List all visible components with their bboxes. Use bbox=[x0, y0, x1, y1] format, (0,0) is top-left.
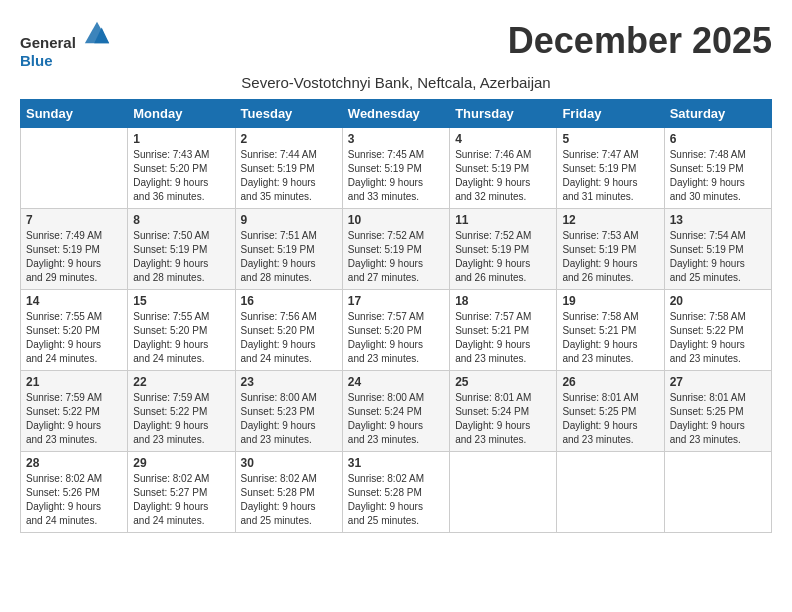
logo-text: General Blue bbox=[20, 20, 111, 70]
calendar-cell: 29Sunrise: 8:02 AM Sunset: 5:27 PM Dayli… bbox=[128, 452, 235, 533]
day-info: Sunrise: 8:02 AM Sunset: 5:27 PM Dayligh… bbox=[133, 472, 229, 528]
calendar-cell: 16Sunrise: 7:56 AM Sunset: 5:20 PM Dayli… bbox=[235, 290, 342, 371]
day-number: 9 bbox=[241, 213, 337, 227]
day-info: Sunrise: 7:49 AM Sunset: 5:19 PM Dayligh… bbox=[26, 229, 122, 285]
month-title: December 2025 bbox=[508, 20, 772, 62]
calendar-week-4: 21Sunrise: 7:59 AM Sunset: 5:22 PM Dayli… bbox=[21, 371, 772, 452]
day-number: 2 bbox=[241, 132, 337, 146]
day-info: Sunrise: 7:46 AM Sunset: 5:19 PM Dayligh… bbox=[455, 148, 551, 204]
day-number: 20 bbox=[670, 294, 766, 308]
day-number: 4 bbox=[455, 132, 551, 146]
day-number: 1 bbox=[133, 132, 229, 146]
day-number: 22 bbox=[133, 375, 229, 389]
calendar-cell: 9Sunrise: 7:51 AM Sunset: 5:19 PM Daylig… bbox=[235, 209, 342, 290]
day-info: Sunrise: 7:43 AM Sunset: 5:20 PM Dayligh… bbox=[133, 148, 229, 204]
calendar-week-2: 7Sunrise: 7:49 AM Sunset: 5:19 PM Daylig… bbox=[21, 209, 772, 290]
header-row: SundayMondayTuesdayWednesdayThursdayFrid… bbox=[21, 100, 772, 128]
day-number: 16 bbox=[241, 294, 337, 308]
day-info: Sunrise: 8:02 AM Sunset: 5:26 PM Dayligh… bbox=[26, 472, 122, 528]
day-info: Sunrise: 7:48 AM Sunset: 5:19 PM Dayligh… bbox=[670, 148, 766, 204]
day-info: Sunrise: 7:55 AM Sunset: 5:20 PM Dayligh… bbox=[26, 310, 122, 366]
day-info: Sunrise: 7:54 AM Sunset: 5:19 PM Dayligh… bbox=[670, 229, 766, 285]
weekday-header-tuesday: Tuesday bbox=[235, 100, 342, 128]
day-number: 15 bbox=[133, 294, 229, 308]
day-info: Sunrise: 7:45 AM Sunset: 5:19 PM Dayligh… bbox=[348, 148, 444, 204]
calendar-cell: 25Sunrise: 8:01 AM Sunset: 5:24 PM Dayli… bbox=[450, 371, 557, 452]
calendar-cell: 26Sunrise: 8:01 AM Sunset: 5:25 PM Dayli… bbox=[557, 371, 664, 452]
day-number: 17 bbox=[348, 294, 444, 308]
calendar-header: SundayMondayTuesdayWednesdayThursdayFrid… bbox=[21, 100, 772, 128]
calendar-cell: 2Sunrise: 7:44 AM Sunset: 5:19 PM Daylig… bbox=[235, 128, 342, 209]
day-info: Sunrise: 7:59 AM Sunset: 5:22 PM Dayligh… bbox=[26, 391, 122, 447]
day-info: Sunrise: 7:55 AM Sunset: 5:20 PM Dayligh… bbox=[133, 310, 229, 366]
calendar-cell: 18Sunrise: 7:57 AM Sunset: 5:21 PM Dayli… bbox=[450, 290, 557, 371]
day-info: Sunrise: 7:52 AM Sunset: 5:19 PM Dayligh… bbox=[455, 229, 551, 285]
day-info: Sunrise: 8:01 AM Sunset: 5:25 PM Dayligh… bbox=[670, 391, 766, 447]
day-number: 23 bbox=[241, 375, 337, 389]
day-info: Sunrise: 8:02 AM Sunset: 5:28 PM Dayligh… bbox=[348, 472, 444, 528]
day-number: 31 bbox=[348, 456, 444, 470]
calendar-cell: 28Sunrise: 8:02 AM Sunset: 5:26 PM Dayli… bbox=[21, 452, 128, 533]
page-container: General Blue December 2025 Severo-Vostot… bbox=[20, 20, 772, 533]
day-number: 5 bbox=[562, 132, 658, 146]
calendar-cell: 4Sunrise: 7:46 AM Sunset: 5:19 PM Daylig… bbox=[450, 128, 557, 209]
day-info: Sunrise: 7:56 AM Sunset: 5:20 PM Dayligh… bbox=[241, 310, 337, 366]
weekday-header-wednesday: Wednesday bbox=[342, 100, 449, 128]
day-number: 19 bbox=[562, 294, 658, 308]
day-number: 26 bbox=[562, 375, 658, 389]
day-info: Sunrise: 8:01 AM Sunset: 5:25 PM Dayligh… bbox=[562, 391, 658, 447]
calendar-cell: 6Sunrise: 7:48 AM Sunset: 5:19 PM Daylig… bbox=[664, 128, 771, 209]
calendar-cell: 15Sunrise: 7:55 AM Sunset: 5:20 PM Dayli… bbox=[128, 290, 235, 371]
day-info: Sunrise: 7:57 AM Sunset: 5:21 PM Dayligh… bbox=[455, 310, 551, 366]
calendar-cell: 5Sunrise: 7:47 AM Sunset: 5:19 PM Daylig… bbox=[557, 128, 664, 209]
logo-icon bbox=[83, 20, 111, 48]
day-number: 8 bbox=[133, 213, 229, 227]
calendar-cell: 22Sunrise: 7:59 AM Sunset: 5:22 PM Dayli… bbox=[128, 371, 235, 452]
day-info: Sunrise: 7:44 AM Sunset: 5:19 PM Dayligh… bbox=[241, 148, 337, 204]
logo: General Blue bbox=[20, 20, 111, 70]
calendar-week-3: 14Sunrise: 7:55 AM Sunset: 5:20 PM Dayli… bbox=[21, 290, 772, 371]
calendar-body: 1Sunrise: 7:43 AM Sunset: 5:20 PM Daylig… bbox=[21, 128, 772, 533]
weekday-header-sunday: Sunday bbox=[21, 100, 128, 128]
calendar-cell: 7Sunrise: 7:49 AM Sunset: 5:19 PM Daylig… bbox=[21, 209, 128, 290]
day-info: Sunrise: 8:01 AM Sunset: 5:24 PM Dayligh… bbox=[455, 391, 551, 447]
calendar-cell: 24Sunrise: 8:00 AM Sunset: 5:24 PM Dayli… bbox=[342, 371, 449, 452]
calendar-cell: 12Sunrise: 7:53 AM Sunset: 5:19 PM Dayli… bbox=[557, 209, 664, 290]
day-number: 25 bbox=[455, 375, 551, 389]
day-info: Sunrise: 7:58 AM Sunset: 5:21 PM Dayligh… bbox=[562, 310, 658, 366]
day-info: Sunrise: 7:51 AM Sunset: 5:19 PM Dayligh… bbox=[241, 229, 337, 285]
day-info: Sunrise: 8:00 AM Sunset: 5:23 PM Dayligh… bbox=[241, 391, 337, 447]
day-number: 7 bbox=[26, 213, 122, 227]
calendar-cell: 14Sunrise: 7:55 AM Sunset: 5:20 PM Dayli… bbox=[21, 290, 128, 371]
day-info: Sunrise: 7:50 AM Sunset: 5:19 PM Dayligh… bbox=[133, 229, 229, 285]
header: General Blue December 2025 bbox=[20, 20, 772, 70]
day-info: Sunrise: 8:02 AM Sunset: 5:28 PM Dayligh… bbox=[241, 472, 337, 528]
day-number: 11 bbox=[455, 213, 551, 227]
calendar-cell bbox=[450, 452, 557, 533]
day-info: Sunrise: 7:59 AM Sunset: 5:22 PM Dayligh… bbox=[133, 391, 229, 447]
calendar-week-5: 28Sunrise: 8:02 AM Sunset: 5:26 PM Dayli… bbox=[21, 452, 772, 533]
calendar-cell: 1Sunrise: 7:43 AM Sunset: 5:20 PM Daylig… bbox=[128, 128, 235, 209]
calendar-table: SundayMondayTuesdayWednesdayThursdayFrid… bbox=[20, 99, 772, 533]
day-number: 30 bbox=[241, 456, 337, 470]
day-info: Sunrise: 7:52 AM Sunset: 5:19 PM Dayligh… bbox=[348, 229, 444, 285]
day-info: Sunrise: 7:53 AM Sunset: 5:19 PM Dayligh… bbox=[562, 229, 658, 285]
calendar-cell: 21Sunrise: 7:59 AM Sunset: 5:22 PM Dayli… bbox=[21, 371, 128, 452]
weekday-header-monday: Monday bbox=[128, 100, 235, 128]
calendar-cell: 10Sunrise: 7:52 AM Sunset: 5:19 PM Dayli… bbox=[342, 209, 449, 290]
calendar-cell: 11Sunrise: 7:52 AM Sunset: 5:19 PM Dayli… bbox=[450, 209, 557, 290]
day-number: 10 bbox=[348, 213, 444, 227]
weekday-header-friday: Friday bbox=[557, 100, 664, 128]
calendar-cell bbox=[21, 128, 128, 209]
calendar-cell bbox=[664, 452, 771, 533]
day-info: Sunrise: 8:00 AM Sunset: 5:24 PM Dayligh… bbox=[348, 391, 444, 447]
weekday-header-thursday: Thursday bbox=[450, 100, 557, 128]
calendar-cell: 13Sunrise: 7:54 AM Sunset: 5:19 PM Dayli… bbox=[664, 209, 771, 290]
calendar-cell: 17Sunrise: 7:57 AM Sunset: 5:20 PM Dayli… bbox=[342, 290, 449, 371]
day-number: 18 bbox=[455, 294, 551, 308]
calendar-cell: 3Sunrise: 7:45 AM Sunset: 5:19 PM Daylig… bbox=[342, 128, 449, 209]
calendar-cell: 8Sunrise: 7:50 AM Sunset: 5:19 PM Daylig… bbox=[128, 209, 235, 290]
day-info: Sunrise: 7:57 AM Sunset: 5:20 PM Dayligh… bbox=[348, 310, 444, 366]
logo-general: General bbox=[20, 20, 111, 52]
calendar-cell bbox=[557, 452, 664, 533]
